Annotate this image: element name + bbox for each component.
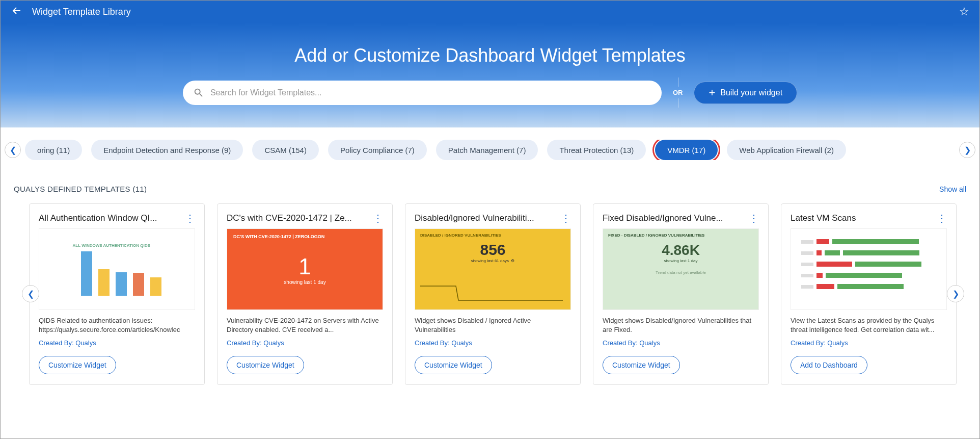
card-preview: FIXED - DISABLED / IGNORED VULNERABILITI… [603, 228, 759, 310]
card-title: Disabled/Ignored Vulnerabiliti... [415, 213, 534, 223]
card-menu-icon[interactable]: ⋮ [561, 213, 571, 223]
card-description: QIDS Related to authentication issues: h… [39, 316, 195, 335]
hero-section: Add or Customize Dashboard Widget Templa… [1, 23, 979, 127]
card-description: Widget shows Disabled/Ignored Vulnerabil… [603, 316, 759, 335]
card-description: Vulnerability CVE-2020-1472 on Servers w… [227, 316, 383, 335]
card-title: Latest VM Scans [791, 213, 856, 223]
card-author: Created By: Qualys [791, 339, 947, 347]
page-title: Widget Template Library [32, 7, 959, 17]
card-preview [791, 228, 947, 310]
card-action-button[interactable]: Customize Widget [227, 356, 304, 374]
card-title: Fixed Disabled/Ignored Vulne... [603, 213, 723, 223]
filter-pill[interactable]: Threat Protection (13) [547, 140, 646, 160]
card-menu-icon[interactable]: ⋮ [373, 213, 383, 223]
carousel-left[interactable]: ❮ [22, 285, 39, 302]
card-title: DC's with CVE-2020-1472 | Ze... [227, 213, 352, 223]
card-action-button[interactable]: Customize Widget [415, 356, 492, 374]
card-author: Created By: Qualys [227, 339, 383, 347]
show-all-link[interactable]: Show all [939, 185, 966, 193]
card-action-button[interactable]: Add to Dashboard [791, 356, 867, 374]
filter-pill[interactable]: Policy Compliance (7) [328, 140, 427, 160]
search-box[interactable] [183, 81, 662, 105]
filter-pill[interactable]: Patch Management (7) [436, 140, 538, 160]
card-action-button[interactable]: Customize Widget [603, 356, 680, 374]
plus-icon: + [709, 87, 715, 98]
filter-pill[interactable]: CSAM (154) [252, 140, 319, 160]
card-author: Created By: Qualys [603, 339, 759, 347]
hero-heading: Add or Customize Dashboard Widget Templa… [294, 45, 686, 66]
template-card: Latest VM Scans⋮View the Latest Scans as… [781, 203, 957, 385]
card-description: Widget shows Disabled / Ignored Active V… [415, 316, 571, 335]
card-author: Created By: Qualys [415, 339, 571, 347]
card-action-button[interactable]: Customize Widget [39, 356, 116, 374]
top-bar: Widget Template Library ☆ [1, 1, 979, 23]
search-input[interactable] [210, 88, 651, 97]
card-preview: DISABLED / IGNORED VULNERABILITIES856sho… [415, 228, 571, 310]
card-title: All Authentication Window QI... [39, 213, 157, 223]
card-menu-icon[interactable]: ⋮ [185, 213, 195, 223]
filter-pill[interactable]: Web Application Firewall (2) [727, 140, 846, 160]
filters-scroll-right[interactable]: ❯ [959, 142, 975, 158]
filter-bar: ❮ oring (11)Endpoint Detection and Respo… [1, 127, 979, 170]
card-menu-icon[interactable]: ⋮ [749, 213, 759, 223]
build-widget-button[interactable]: + Build your widget [694, 82, 797, 104]
star-icon[interactable]: ☆ [959, 5, 969, 18]
template-card: DC's with CVE-2020-1472 | Ze...⋮DC'S WIT… [217, 203, 393, 385]
template-card: All Authentication Window QI...⋮ALL WIND… [29, 203, 205, 385]
template-card: Fixed Disabled/Ignored Vulne...⋮FIXED - … [593, 203, 769, 385]
or-divider: OR [673, 80, 683, 106]
carousel-right[interactable]: ❯ [947, 285, 964, 302]
filter-pill[interactable]: VMDR (17) [655, 140, 718, 160]
card-description: View the Latest Scans as provided by the… [791, 316, 947, 335]
card-preview: ALL WINDOWS AUTHENTICATION QIDS [39, 228, 195, 310]
card-preview: DC'S WITH CVE-2020-1472 | ZEROLOGON1show… [227, 228, 383, 310]
filter-pill[interactable]: oring (11) [25, 140, 82, 160]
search-icon [193, 87, 204, 98]
card-author: Created By: Qualys [39, 339, 195, 347]
build-widget-label: Build your widget [720, 88, 782, 97]
card-menu-icon[interactable]: ⋮ [937, 213, 947, 223]
filters-scroll-left[interactable]: ❮ [5, 142, 21, 158]
filter-pill[interactable]: Endpoint Detection and Response (9) [91, 140, 243, 160]
back-arrow-icon[interactable] [11, 5, 23, 19]
templates-section: QUALYS DEFINED TEMPLATES (11) Show all ❮… [1, 170, 979, 390]
template-card: Disabled/Ignored Vulnerabiliti...⋮DISABL… [405, 203, 581, 385]
section-title: QUALYS DEFINED TEMPLATES (11) [14, 185, 147, 193]
